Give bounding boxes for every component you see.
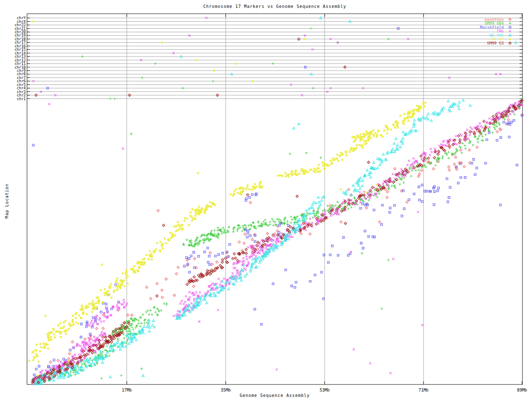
legend-marker-open-triangle-icon	[509, 34, 511, 37]
gridlines	[27, 14, 522, 384]
plot-border	[27, 14, 522, 384]
y-axis-label: Map Location	[5, 178, 9, 224]
series-points-marshfield	[32, 27, 523, 379]
series-points-gm99-g3	[31, 38, 523, 384]
legend-label: GM99 G3	[487, 41, 504, 45]
legend-marker-open-square-icon	[509, 26, 511, 28]
series-points-tng	[32, 17, 523, 385]
legend-marker-open-diamond-icon	[509, 18, 511, 20]
series-points-gm99-gb4	[33, 27, 523, 385]
x-tick-label: 35Mb	[221, 388, 231, 392]
x-tick-label: 17Mb	[122, 388, 132, 392]
axes	[27, 14, 522, 384]
x-axis-label: Genome Sequence Assembly	[27, 393, 522, 398]
legend-marker-star-icon	[509, 38, 511, 40]
plot-svg: 17Mb35Mb53Mb71Mb89MbchrYchrXchr22chr21ch…	[0, 0, 532, 399]
legend-marker-plus-icon	[509, 22, 511, 25]
series-points-wi-yac	[31, 17, 517, 385]
legend-marker-open-diamond-icon	[509, 42, 511, 44]
chart-title: Chromosome 17 Markers vs Genome Sequence…	[27, 4, 522, 9]
legend: GenethonGM99 GB4MarshfieldTNGWI YACWI RH…	[480, 17, 511, 45]
axis-labels: 17Mb35Mb53Mb71Mb89MbchrYchrXchr22chr21ch…	[15, 16, 527, 392]
x-tick-label: 89Mb	[517, 388, 527, 392]
x-tick-label: 71Mb	[419, 388, 429, 392]
x-tick-label: 53Mb	[320, 388, 330, 392]
chromosome-row-label: chr1	[17, 97, 26, 101]
chart-canvas: Chromosome 17 Markers vs Genome Sequence…	[0, 0, 532, 399]
